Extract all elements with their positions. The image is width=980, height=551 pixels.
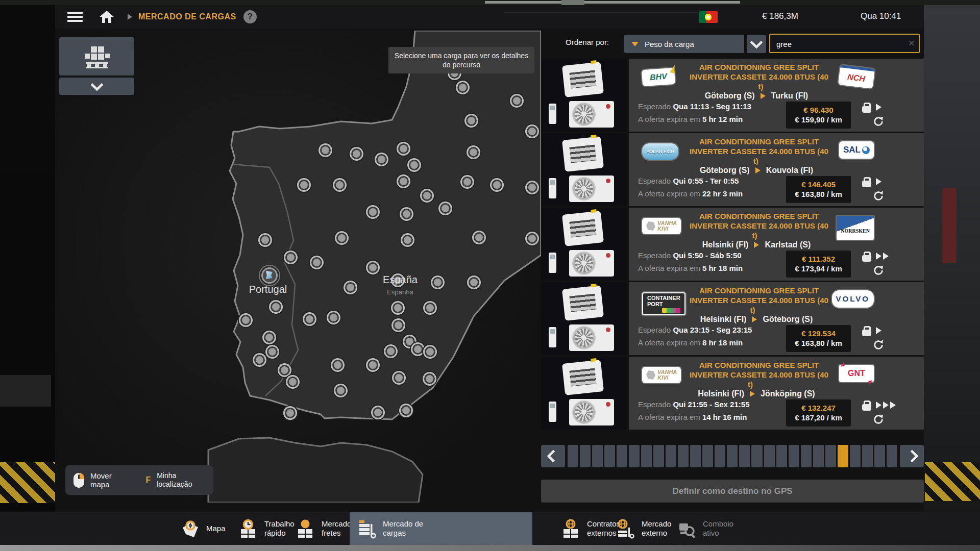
map-marker[interactable] — [373, 407, 383, 418]
map-marker[interactable] — [422, 190, 432, 201]
nav-item-map[interactable]: Mapa — [180, 512, 226, 545]
page-segment[interactable] — [850, 445, 861, 467]
job-card[interactable]: POLAR FISH SAL AIR CONDITIONING GREE SPL… — [541, 133, 924, 206]
nav-item-quick-job[interactable]: Trabalho rápido — [238, 512, 295, 545]
map-marker[interactable] — [368, 360, 378, 370]
sort-dropdown[interactable]: Peso da carga — [624, 35, 744, 53]
search-input[interactable] — [775, 36, 900, 52]
page-segment[interactable] — [789, 445, 799, 467]
map-marker[interactable] — [398, 176, 409, 187]
map-marker[interactable] — [469, 277, 479, 288]
map-marker[interactable] — [328, 312, 339, 323]
map-marker[interactable] — [299, 180, 309, 190]
map-marker[interactable] — [285, 408, 296, 418]
map-marker[interactable] — [527, 182, 537, 193]
map-marker[interactable] — [398, 143, 409, 154]
job-card[interactable]: VANHA KIVI GNT AIR CONDITIONING GREE SPL… — [541, 357, 924, 430]
page-segment[interactable] — [862, 445, 873, 467]
menu-button[interactable] — [67, 12, 83, 22]
collapse-panel-button[interactable] — [59, 78, 134, 95]
map-marker[interactable] — [527, 126, 537, 137]
map-marker[interactable] — [279, 365, 290, 375]
nav-item-cargo-market[interactable]: Mercado de cargas — [350, 512, 532, 545]
page-segment[interactable] — [739, 445, 750, 467]
map-marker[interactable] — [264, 332, 275, 343]
map-marker[interactable] — [320, 145, 331, 156]
nav-item-external-contracts[interactable]: Contratos externos — [560, 512, 620, 545]
job-card[interactable]: VANHA KIVI NORRSKEN AIR CONDITIONING GRE… — [541, 208, 924, 281]
clear-search-icon[interactable]: × — [908, 37, 915, 50]
map-marker[interactable] — [335, 385, 346, 396]
page-segment[interactable] — [629, 445, 640, 467]
page-segment[interactable] — [715, 445, 725, 467]
page-segment[interactable] — [690, 445, 701, 467]
map-marker[interactable] — [457, 82, 468, 93]
page-segment[interactable] — [702, 445, 713, 467]
map-marker[interactable] — [267, 346, 278, 357]
map-marker[interactable] — [492, 180, 502, 190]
page-segment[interactable] — [592, 445, 603, 467]
map-marker[interactable] — [440, 203, 451, 214]
page-segment[interactable] — [764, 445, 775, 467]
map-marker[interactable] — [240, 315, 251, 325]
map-marker[interactable] — [409, 160, 420, 170]
help-button[interactable]: ? — [243, 10, 257, 23]
map-marker[interactable] — [385, 346, 396, 357]
next-page-button[interactable] — [900, 445, 924, 467]
map-marker[interactable] — [345, 282, 356, 293]
page-segment[interactable] — [825, 445, 836, 467]
page-segment-active[interactable] — [838, 445, 848, 467]
map-marker[interactable] — [511, 95, 522, 106]
map-marker[interactable] — [368, 207, 378, 217]
map-marker[interactable] — [254, 355, 265, 365]
map-marker[interactable] — [401, 209, 412, 219]
map-marker[interactable] — [332, 360, 343, 370]
page-segment[interactable] — [641, 445, 652, 467]
map-marker[interactable] — [424, 373, 435, 384]
page-segment[interactable] — [604, 445, 615, 467]
map-marker[interactable] — [334, 180, 345, 190]
map-marker[interactable] — [393, 320, 404, 331]
prev-page-button[interactable] — [541, 445, 565, 467]
map-marker[interactable] — [260, 235, 271, 245]
page-segment[interactable] — [727, 445, 738, 467]
map-marker[interactable] — [425, 346, 435, 357]
page-segment[interactable] — [874, 445, 885, 467]
map-marker[interactable] — [287, 377, 298, 387]
page-segment[interactable] — [678, 445, 689, 467]
nav-item-external-market[interactable]: Mercado externo — [615, 512, 671, 545]
page-segment[interactable] — [801, 445, 812, 467]
page-segment[interactable] — [568, 445, 578, 467]
map-marker[interactable] — [376, 154, 387, 165]
map-marker[interactable] — [311, 257, 322, 268]
map-marker[interactable] — [466, 115, 477, 126]
cargo-group-button[interactable] — [59, 37, 134, 76]
page-segment[interactable] — [776, 445, 787, 467]
page-segment[interactable] — [751, 445, 762, 467]
map-marker[interactable] — [462, 177, 473, 187]
map-marker[interactable] — [351, 148, 362, 159]
job-card[interactable]: BHV NCH AIR CONDITIONING GREE SPLITINVER… — [541, 59, 924, 132]
page-segment[interactable] — [813, 445, 824, 467]
map-marker[interactable] — [412, 344, 423, 355]
map-marker[interactable] — [304, 314, 315, 324]
map-marker[interactable] — [271, 302, 281, 312]
page-segment[interactable] — [580, 445, 591, 467]
map-marker[interactable] — [432, 277, 443, 288]
map-marker[interactable] — [393, 303, 403, 313]
map-marker[interactable] — [394, 372, 404, 383]
sort-expand-button[interactable] — [747, 35, 766, 53]
map-marker[interactable] — [285, 252, 296, 263]
map-marker[interactable] — [527, 233, 537, 244]
job-card[interactable]: CONTAINER PORT VOLVO AIR CONDITIONING GR… — [541, 282, 924, 355]
map-marker[interactable] — [425, 303, 435, 313]
map-marker[interactable] — [368, 262, 378, 273]
map-marker[interactable] — [468, 147, 479, 158]
page-segment[interactable] — [666, 445, 676, 467]
map-marker[interactable] — [402, 235, 413, 245]
page-segment[interactable] — [617, 445, 627, 467]
map-marker[interactable] — [336, 233, 347, 243]
home-button[interactable] — [99, 10, 114, 23]
page-segment[interactable] — [887, 445, 897, 467]
set-gps-destination-button[interactable]: Definir como destino no GPS — [541, 480, 924, 503]
